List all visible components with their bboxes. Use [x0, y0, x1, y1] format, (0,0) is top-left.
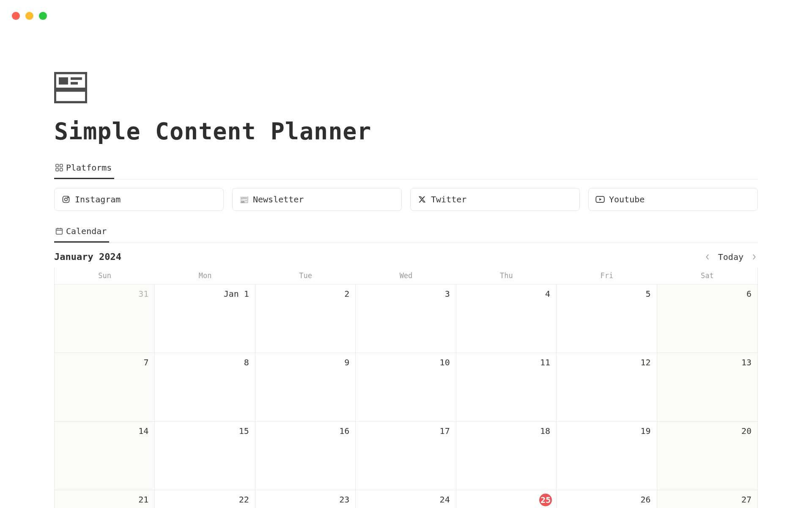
gallery-icon	[55, 163, 63, 172]
day-number: 18	[540, 426, 550, 436]
calendar-week: 31Jan 123456	[55, 284, 757, 353]
platform-card-twitter[interactable]: Twitter	[410, 188, 580, 211]
calendar-day[interactable]: 31	[55, 284, 155, 353]
platform-card-label: Youtube	[609, 194, 645, 204]
calendar-day[interactable]: 6	[657, 284, 757, 353]
day-number: 2	[344, 289, 349, 299]
close-window-button[interactable]	[12, 12, 20, 20]
day-number: 23	[339, 494, 349, 505]
day-number: 20	[741, 426, 752, 436]
calendar-week: 78910111213	[55, 353, 757, 421]
prev-month-button[interactable]	[704, 253, 711, 261]
minimize-window-button[interactable]	[25, 12, 33, 20]
tab-calendar[interactable]: Calendar	[54, 223, 109, 243]
calendar-day[interactable]: 7	[55, 353, 155, 421]
svg-rect-6	[60, 164, 63, 167]
svg-point-10	[65, 198, 68, 201]
calendar-day[interactable]: 3	[356, 284, 456, 353]
svg-rect-2	[71, 77, 82, 80]
dow-label: Sat	[657, 268, 757, 284]
calendar-day[interactable]: 2	[255, 284, 356, 353]
calendar-icon	[55, 227, 63, 235]
dow-label: Mon	[155, 268, 255, 284]
calendar-day[interactable]: 25	[456, 490, 557, 508]
day-number: 16	[339, 426, 349, 436]
calendar-tab-row: Calendar	[54, 223, 758, 243]
day-number: 24	[440, 494, 450, 505]
dow-label: Thu	[456, 268, 557, 284]
svg-rect-3	[71, 82, 78, 85]
calendar-day[interactable]: 23	[255, 490, 356, 508]
platform-card-label: Newsletter	[253, 194, 304, 204]
calendar-day[interactable]: 27	[657, 490, 757, 508]
day-number: 7	[143, 357, 148, 367]
day-number: 13	[741, 357, 752, 367]
today-button[interactable]: Today	[718, 252, 743, 262]
day-number: 6	[746, 289, 752, 299]
calendar-day[interactable]: 9	[255, 353, 356, 421]
platform-card-newsletter[interactable]: 📰 Newsletter	[232, 188, 402, 211]
day-number: 31	[138, 289, 148, 299]
platform-card-label: Instagram	[75, 194, 121, 204]
day-number: 5	[646, 289, 651, 299]
calendar-day[interactable]: 18	[456, 421, 557, 490]
calendar-week: 21222324252627	[55, 490, 757, 508]
window-controls	[12, 12, 47, 20]
platform-card-instagram[interactable]: Instagram	[54, 188, 224, 211]
youtube-icon	[595, 195, 605, 204]
day-of-week-header: Sun Mon Tue Wed Thu Fri Sat	[55, 268, 757, 284]
calendar-grid: Sun Mon Tue Wed Thu Fri Sat 31Jan 123456…	[54, 268, 758, 508]
platform-card-youtube[interactable]: Youtube	[588, 188, 758, 211]
calendar-nav: Today	[704, 252, 758, 262]
calendar-day[interactable]: 17	[356, 421, 456, 490]
calendar-day[interactable]: 8	[155, 353, 255, 421]
day-number: 19	[640, 426, 650, 436]
svg-rect-1	[59, 77, 68, 85]
calendar-day[interactable]: 20	[657, 421, 757, 490]
day-number: 22	[239, 494, 249, 505]
calendar-day[interactable]: Jan 1	[155, 284, 255, 353]
svg-rect-5	[56, 164, 58, 167]
day-number: 15	[239, 426, 249, 436]
page-title: Simple Content Planner	[54, 118, 758, 145]
calendar-day[interactable]: 10	[356, 353, 456, 421]
day-number: 4	[545, 289, 550, 299]
svg-rect-7	[56, 168, 58, 171]
day-number: 9	[344, 357, 349, 367]
calendar-day[interactable]: 19	[557, 421, 657, 490]
fullscreen-window-button[interactable]	[39, 12, 47, 20]
calendar-day[interactable]: 21	[55, 490, 155, 508]
day-number: 8	[244, 357, 249, 367]
calendar-day[interactable]: 4	[456, 284, 557, 353]
svg-rect-8	[60, 168, 63, 171]
day-number: 27	[741, 494, 752, 505]
day-number: 10	[440, 357, 450, 367]
calendar-day[interactable]: 24	[356, 490, 456, 508]
calendar-day[interactable]: 12	[557, 353, 657, 421]
dow-label: Tue	[255, 268, 356, 284]
tab-platforms[interactable]: Platforms	[54, 159, 114, 179]
calendar-month-label: January 2024	[54, 251, 121, 262]
calendar-day[interactable]: 22	[155, 490, 255, 508]
svg-rect-13	[56, 229, 63, 235]
day-number: 11	[540, 357, 550, 367]
next-month-button[interactable]	[750, 253, 758, 261]
svg-rect-4	[54, 88, 87, 92]
tab-platforms-label: Platforms	[66, 163, 112, 173]
calendar-day[interactable]: 11	[456, 353, 557, 421]
calendar-day[interactable]: 14	[55, 421, 155, 490]
svg-point-11	[68, 197, 69, 198]
newspaper-icon: 📰	[239, 195, 249, 204]
day-number: 21	[138, 494, 148, 505]
platforms-tab-row: Platforms	[54, 159, 758, 179]
calendar-header: January 2024 Today	[54, 251, 758, 262]
page-icon	[54, 72, 87, 103]
calendar-day[interactable]: 13	[657, 353, 757, 421]
calendar-day[interactable]: 5	[557, 284, 657, 353]
calendar-day[interactable]: 26	[557, 490, 657, 508]
day-number: 3	[445, 289, 450, 299]
calendar-day[interactable]: 16	[255, 421, 356, 490]
day-number: Jan 1	[224, 289, 249, 299]
calendar-day[interactable]: 15	[155, 421, 255, 490]
day-number: 26	[640, 494, 650, 505]
